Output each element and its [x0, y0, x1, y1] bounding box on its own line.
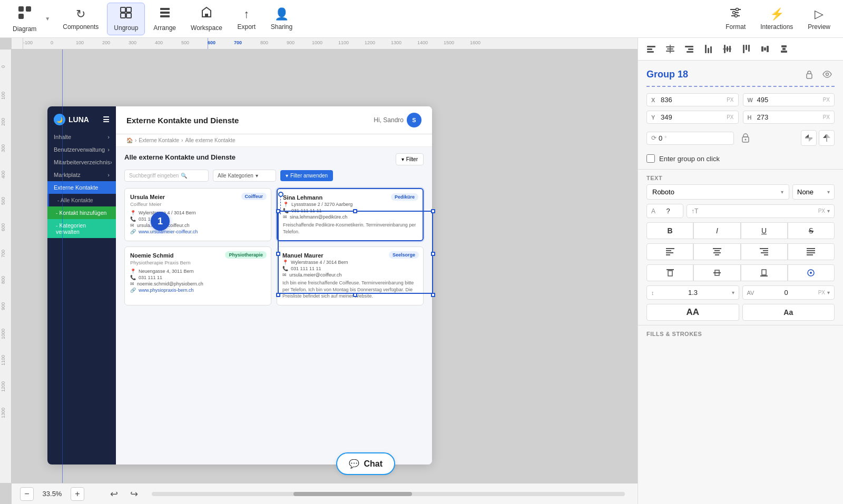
visibility-button[interactable] — [820, 67, 835, 82]
toolbar-arrange[interactable]: Arrange — [147, 3, 182, 35]
format-label: Format — [726, 23, 746, 31]
main-area: -100 0 100 200 300 400 500 600 700 800 9… — [0, 38, 843, 504]
font-style-select[interactable]: None ▾ — [792, 184, 835, 200]
toolbar-diagram[interactable]: Diagram — [6, 2, 43, 36]
handle-bl[interactable] — [276, 293, 280, 297]
italic-button[interactable]: I — [693, 222, 740, 239]
distribute-h-btn[interactable] — [757, 42, 773, 56]
sidebar-subitem-alle-kontakte[interactable]: - Alle Kontakte — [47, 194, 116, 206]
y-field[interactable]: Y 349 PX — [646, 111, 739, 124]
font-family-select[interactable]: Roboto ▾ — [646, 184, 789, 200]
align-right-btn[interactable] — [681, 42, 697, 56]
sidebar-item-externe-kontakte[interactable]: Externe Kontakte — [47, 181, 116, 194]
redo-button[interactable]: ↪ — [125, 486, 142, 502]
strikethrough-button[interactable]: S̶ — [788, 222, 835, 239]
line-height-field[interactable]: ↑T PX ▾ — [687, 204, 835, 218]
search-filter-row: Suchbegriff eingeben 🔍 Alle Kategorien ▾… — [124, 170, 424, 182]
text-align-left[interactable] — [646, 243, 693, 260]
align-middle-btn[interactable] — [719, 42, 735, 56]
sidebar-item-mitarbeiter[interactable]: Mitarbeiterverzeichnis › — [47, 156, 116, 169]
rotation-field[interactable]: ⟳ 0 ° — [646, 132, 734, 145]
align-left-btn[interactable] — [643, 42, 659, 56]
distribute-v-btn[interactable] — [776, 42, 792, 56]
handle-tr[interactable] — [431, 209, 435, 213]
arrange-icon — [159, 6, 171, 22]
filter-apply-button[interactable]: ▾ Filter anwenden — [280, 170, 333, 181]
undo-redo-group: ↩ ↪ — [105, 486, 142, 502]
text-align-justify[interactable] — [788, 243, 835, 260]
luna-menu-icon[interactable]: ☰ — [103, 115, 110, 124]
handle-bc[interactable] — [353, 293, 357, 297]
undo-button[interactable]: ↩ — [105, 486, 122, 502]
toolbar-export[interactable]: ↑ Export — [231, 4, 262, 34]
char-spacing-field[interactable]: AV 0 PX ▾ — [742, 285, 835, 300]
email-icon: ✉ — [282, 272, 287, 278]
sidebar-item-benutzer[interactable]: Benutzerverwaltung › — [47, 143, 116, 156]
svg-rect-58 — [714, 250, 720, 251]
valign-bottom[interactable] — [741, 264, 788, 281]
filter-button[interactable]: ▾ Filter — [396, 153, 424, 165]
handle-mr[interactable] — [431, 252, 435, 256]
contact-card-ursula[interactable]: Ursula Meier Coiffeur Meier Coiffeur 📍 W… — [124, 188, 271, 241]
luna-avatar: S — [407, 113, 422, 127]
workspace-label: Workspace — [191, 24, 222, 32]
line-spacing-dropdown[interactable]: ▾ — [732, 290, 734, 295]
handle-tl[interactable] — [276, 209, 280, 213]
handle-br[interactable] — [431, 293, 435, 297]
horizontal-scrollbar[interactable] — [152, 492, 625, 496]
flip-v-button[interactable] — [819, 130, 835, 146]
sidebar-subitem-hinzufügen[interactable]: - Kontakt hinzufügen — [47, 206, 116, 219]
diagram-dropdown[interactable]: ▼ — [45, 16, 50, 22]
valign-top[interactable] — [646, 264, 693, 281]
align-top-btn[interactable] — [700, 42, 716, 56]
valign-middle[interactable] — [693, 264, 740, 281]
filter-apply-icon: ▾ — [286, 173, 288, 179]
bold-button[interactable]: B — [646, 222, 693, 239]
flip-h-button[interactable] — [801, 130, 817, 146]
chat-button[interactable]: 💬 Chat — [336, 452, 395, 475]
text-align-center[interactable] — [693, 243, 740, 260]
contact-link[interactable]: 🔗 www.ursulameier-coiffeur.ch — [130, 229, 266, 234]
sidebar-item-marktplatz[interactable]: Marktplatz › — [47, 169, 116, 181]
sidebar-subitem-kategorien[interactable]: - Kategorien verwalten — [47, 219, 116, 238]
h-field[interactable]: H 273 PX — [743, 111, 835, 124]
align-center-h-btn[interactable] — [662, 42, 678, 56]
toolbar-ungroup[interactable]: Ungroup — [107, 3, 145, 35]
contact-card-sina[interactable]: Sina Lehmann Pediküre 📍 Lyssstrasse 2 / … — [277, 188, 424, 241]
underline-button[interactable]: U — [741, 222, 788, 239]
text-align-right[interactable] — [741, 243, 788, 260]
canvas-area[interactable]: -100 0 100 200 300 400 500 600 700 800 9… — [0, 38, 638, 504]
toolbar-interactions[interactable]: ⚡ Interactions — [754, 4, 799, 34]
toolbar-components[interactable]: ↻ Components — [56, 4, 105, 34]
char-spacing-dropdown[interactable]: ▾ — [827, 290, 830, 295]
size-unit-dropdown[interactable]: ▾ — [827, 208, 830, 214]
zoom-out-button[interactable]: − — [20, 487, 34, 501]
text-transform-aa[interactable]: Aa — [742, 304, 835, 321]
align-bottom-btn[interactable] — [738, 42, 754, 56]
constraint-lock-button[interactable] — [738, 131, 753, 145]
x-field[interactable]: X 836 PX — [646, 93, 739, 106]
contact-card-noemie[interactable]: Noemie Schmid Physiotherapie Praxis Bern… — [124, 246, 271, 305]
toolbar-format[interactable]: Format — [719, 4, 752, 34]
toolbar-workspace[interactable]: Workspace — [184, 3, 229, 35]
scrollbar-thumb[interactable] — [293, 492, 412, 496]
category-select[interactable]: Alle Kategorien ▾ — [213, 170, 276, 182]
handle-ml[interactable] — [276, 252, 280, 256]
contact-card-manuel[interactable]: Manuel Maurer Seelsorge 📍 Wylerstrasse 4… — [277, 246, 424, 305]
search-box[interactable]: Suchbegriff eingeben 🔍 — [124, 170, 209, 182]
zoom-in-button[interactable]: + — [71, 487, 84, 501]
handle-tc[interactable] — [353, 209, 357, 213]
enter-group-checkbox[interactable] — [646, 154, 655, 163]
font-size-field[interactable]: A ? — [646, 204, 683, 218]
toolbar-sharing[interactable]: 👤 Sharing — [264, 4, 299, 34]
toolbar-preview[interactable]: ▷ Preview — [801, 4, 837, 34]
contact-link[interactable]: 🔗 www.physiopraxis-bern.ch — [130, 288, 266, 293]
sidebar-item-inhalte[interactable]: Inhalte › — [47, 131, 116, 143]
lock-button[interactable] — [802, 67, 817, 82]
valign-options[interactable] — [788, 264, 835, 281]
line-spacing-field[interactable]: ↕ 1.3 ▾ — [646, 285, 739, 300]
w-field[interactable]: W 495 PX — [743, 93, 835, 106]
x-label: X — [651, 97, 659, 103]
flip-buttons — [757, 130, 835, 146]
text-decoration-aa[interactable]: AA — [646, 304, 739, 321]
